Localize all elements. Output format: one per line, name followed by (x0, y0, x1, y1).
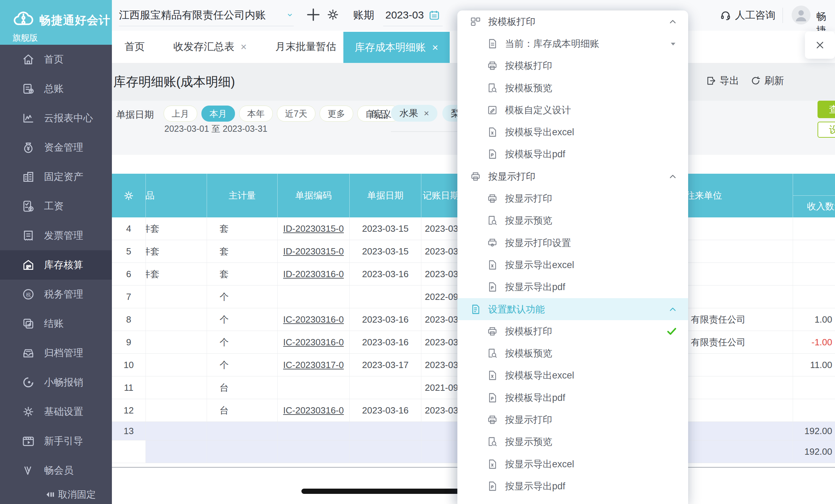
sidebar-item-label: 税务管理 (44, 288, 83, 301)
sidebar-item[interactable]: 首页 (0, 45, 112, 74)
avatar[interactable] (792, 6, 811, 24)
date-pill-label: 上月 (172, 108, 189, 120)
sidebar-item[interactable]: 工资 (0, 192, 112, 221)
settings-button[interactable]: 设置 (818, 122, 835, 138)
menu-item[interactable]: 按模板打印 (457, 10, 688, 33)
sidebar-item-label: 归档管理 (44, 346, 83, 360)
refresh-button[interactable]: 刷新 (750, 74, 784, 87)
menu-item[interactable]: 按模板打印 (457, 55, 688, 77)
sidebar-item[interactable]: 结账 (0, 309, 112, 338)
menu-item[interactable]: 按模板导出pdf (457, 143, 688, 165)
unit-cell (207, 422, 277, 440)
menu-item[interactable]: 按显示导出excel (457, 453, 688, 475)
menu-item[interactable]: 模板自定义设计 (457, 99, 688, 121)
menu-item[interactable]: 按显示导出pdf (457, 475, 688, 497)
period-selector[interactable]: 2023-03 (383, 4, 443, 26)
menu-item[interactable]: 设置默认功能 (457, 298, 688, 320)
sidebar-item[interactable]: 固定资产 (0, 162, 112, 192)
header-product[interactable]: 商品 (145, 174, 207, 217)
tab-close-icon[interactable]: × (241, 41, 247, 53)
date-pill[interactable]: 上月 (164, 106, 197, 122)
check-icon (666, 325, 678, 337)
doc-no-link[interactable]: ID-20230315-0 (283, 223, 344, 234)
doc-no-cell (277, 376, 349, 399)
menu-item[interactable]: 按模板导出pdf (457, 387, 688, 409)
menu-item[interactable]: 按模板导出excel (457, 121, 688, 143)
header-income-qty[interactable]: 收入数量 (793, 174, 835, 217)
sidebar-item[interactable]: 资金管理 (0, 133, 112, 162)
tag-close-icon[interactable]: × (424, 108, 429, 119)
unpin-sidebar-button[interactable]: 取消固定 (0, 485, 112, 504)
column-settings-cell[interactable] (112, 174, 145, 217)
tab[interactable]: 首页 × (124, 40, 145, 54)
doc-no-link[interactable]: ID-20230316-0 (283, 269, 344, 280)
caret-down-icon[interactable] (669, 39, 678, 48)
doc-no-link[interactable]: IC-20230317-0 (283, 360, 344, 370)
product-cell (145, 440, 207, 463)
date-pill[interactable]: 近7天 (277, 106, 315, 122)
tab-close-icon[interactable]: × (432, 42, 438, 53)
row-number-cell: 10 (112, 354, 145, 376)
sidebar-item[interactable]: 云报表中心 (0, 103, 112, 133)
date-pill[interactable]: 更多 (320, 106, 353, 122)
sidebar-item[interactable]: 小畅报销 (0, 368, 112, 397)
menu-item[interactable]: 当前：库存成本明细账 (457, 33, 688, 55)
menu-item[interactable]: 按显示预览 (457, 210, 688, 232)
menu-item[interactable]: 按显示导出pdf (457, 276, 688, 298)
date-pill-label: 本年 (247, 108, 265, 120)
menu-item[interactable]: 按显示预览 (457, 431, 688, 453)
menu-item[interactable]: 按模板打印 (457, 320, 688, 342)
header-doc-no[interactable]: 单据编码 (277, 174, 349, 217)
chevron-up-icon[interactable] (668, 172, 678, 181)
plus-icon[interactable] (305, 6, 322, 23)
sidebar-item[interactable]: 新手引导 (0, 426, 112, 456)
menu-item[interactable]: 按显示打印 (457, 187, 688, 209)
chevron-up-icon[interactable] (668, 304, 678, 314)
sidebar-item[interactable]: 基础设置 (0, 397, 112, 426)
doc-date-cell (349, 286, 421, 308)
sidebar-item[interactable]: 总账 (0, 74, 112, 103)
sidebar-item[interactable]: 库存核算 (0, 250, 112, 280)
sidebar-item-icon (22, 82, 35, 95)
menu-item[interactable]: 按模板预览 (457, 77, 688, 99)
header-unit[interactable]: 主计量 (207, 174, 277, 217)
sidebar-item-icon (22, 229, 35, 242)
menu-item[interactable]: 按模板导出excel (457, 365, 688, 387)
sidebar-item-label: 新手引导 (44, 434, 83, 448)
menu-item[interactable]: 按显示打印设置 (457, 232, 688, 254)
menu-item-label: 按显示打印设置 (505, 237, 678, 249)
product-tag[interactable]: 水果 × (391, 105, 437, 122)
menu-item[interactable]: 按显示打印 (457, 409, 688, 431)
export-button[interactable]: 导出 (706, 74, 739, 87)
tab[interactable]: 收发存汇总表 × (173, 40, 247, 54)
export-label: 导出 (720, 74, 739, 87)
tab-label: 月末批量暂估 (276, 40, 336, 54)
gear-icon[interactable] (326, 8, 340, 22)
support-button[interactable]: 人工咨询 (720, 8, 776, 22)
sidebar-item[interactable]: 归档管理 (0, 338, 112, 368)
menu-item-icon (487, 436, 498, 447)
sidebar-item[interactable]: 发票管理 (0, 221, 112, 250)
menu-item[interactable]: 按模板预览 (457, 342, 688, 364)
menu-item-label: 按模板导出excel (505, 126, 678, 138)
doc-no-link[interactable]: IC-20230316-0 (283, 314, 344, 325)
menu-item[interactable]: 按显示打印 (457, 165, 688, 187)
chevron-up-icon[interactable] (668, 17, 678, 27)
sidebar-item[interactable]: 税务管理 (0, 280, 112, 309)
doc-date-cell: 2023-03-15 (349, 217, 421, 240)
close-panel-button[interactable] (805, 31, 835, 59)
date-pill[interactable]: 本年 (239, 106, 273, 122)
date-pill[interactable]: 本月 (201, 106, 235, 122)
company-selector[interactable]: 江西服宝精品有限责任公司内账 (119, 4, 294, 26)
header-doc-date[interactable]: 单据日期 (349, 174, 421, 217)
doc-no-link[interactable]: IC-20230316-0 (283, 405, 344, 416)
sidebar-item[interactable]: 畅会员 (0, 456, 112, 485)
tab[interactable]: 月末批量暂估 × (276, 40, 349, 54)
query-button[interactable]: 查询 (818, 101, 835, 118)
menu-item[interactable]: 按显示导出excel (457, 254, 688, 276)
menu-item-icon (487, 414, 498, 425)
sidebar-item-label: 库存核算 (44, 258, 83, 272)
tab[interactable]: 库存成本明细账 × (343, 32, 450, 63)
doc-no-link[interactable]: ID-20230315-0 (283, 246, 344, 257)
doc-no-link[interactable]: IC-20230316-0 (283, 337, 344, 348)
